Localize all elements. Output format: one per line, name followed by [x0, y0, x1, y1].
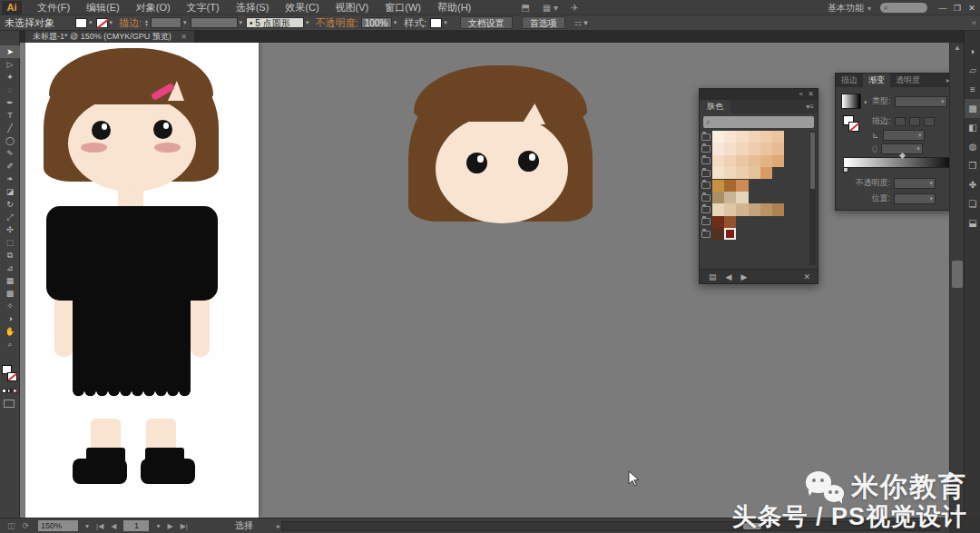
color-swatch[interactable] — [712, 131, 724, 143]
close-tab-icon[interactable]: ✕ — [181, 33, 187, 41]
minimize-button[interactable]: — — [936, 2, 949, 14]
tab-gradient[interactable]: 渐变 — [863, 74, 890, 87]
head-in-progress[interactable] — [408, 65, 593, 225]
color-swatch[interactable] — [736, 192, 748, 203]
brush-definition-dropdown[interactable]: • 5 点圆形 — [246, 17, 304, 28]
search-input[interactable]: ⌕ — [880, 3, 927, 13]
menu-edit[interactable]: 编辑(E) — [78, 0, 128, 15]
layers-panel-icon[interactable]: ❏ — [965, 194, 980, 213]
chevron-down-icon[interactable]: ▾ — [306, 19, 309, 26]
chevron-down-icon[interactable]: ▾ — [156, 522, 160, 530]
paintbrush-tool[interactable]: ✎ — [0, 147, 20, 160]
color-swatch[interactable] — [712, 180, 724, 192]
girl-dress-body-shape[interactable] — [73, 218, 191, 390]
scrollbar-thumb[interactable] — [810, 133, 815, 189]
last-artboard-icon[interactable]: ▶| — [181, 522, 188, 530]
girl-left-shoe-shape[interactable] — [73, 459, 127, 484]
artboard-number-field[interactable]: 1 — [123, 520, 149, 531]
document-tab[interactable]: 未标题-1* @ 150% (CMYK/GPU 预览) ✕ — [25, 31, 194, 43]
type-tool[interactable]: T — [0, 109, 20, 122]
head2-left-eye-shape[interactable] — [466, 153, 487, 173]
scrollbar-thumb[interactable] — [952, 261, 963, 288]
previous-library-icon[interactable]: ◀ — [726, 272, 732, 281]
menu-window[interactable]: 窗口(W) — [377, 0, 429, 15]
document-setup-button[interactable]: 文档设置 — [460, 16, 513, 29]
preferences-button[interactable]: 首选项 — [522, 16, 565, 29]
stroke-gradient-along-button[interactable] — [909, 117, 920, 126]
girl-right-leg-shape[interactable] — [146, 419, 176, 449]
next-artboard-icon[interactable]: ▶ — [167, 522, 172, 530]
swatch-folder-icon[interactable] — [701, 170, 710, 177]
angle-field[interactable] — [883, 130, 925, 141]
girl-left-eye-shape[interactable] — [92, 121, 111, 140]
color-swatch[interactable] — [712, 192, 724, 203]
scroll-up-icon[interactable]: ▲ — [950, 43, 965, 54]
swatch-folder-icon[interactable] — [701, 194, 710, 202]
gradient-mode-button[interactable] — [7, 389, 12, 393]
color-swatch[interactable] — [724, 228, 736, 240]
head2-face-shape[interactable] — [436, 114, 568, 223]
swatch-folder-icon[interactable] — [701, 218, 710, 225]
stroke-swatch[interactable] — [7, 372, 17, 381]
color-swatch[interactable] — [760, 131, 772, 143]
color-swatch[interactable] — [712, 203, 724, 215]
chevron-down-icon[interactable]: ▾ — [240, 19, 243, 26]
ellipse-tool[interactable]: ◯ — [0, 134, 20, 147]
girl-dress-scallop-hem-shape[interactable] — [73, 390, 191, 398]
chevron-down-icon[interactable]: ▾ — [864, 99, 867, 106]
next-library-icon[interactable]: ▶ — [740, 272, 747, 281]
gradient-tool[interactable]: ▩ — [0, 287, 20, 300]
canvas-area[interactable]: « ✕ 肤色 ▾≡ ⌕ ▤ ◀ ▶ ✕ 描边 渐变 透明度 ▸▸ ≡ ▾ 类型: — [20, 43, 949, 518]
stroke-weight-field[interactable] — [151, 17, 181, 28]
artboard[interactable] — [25, 43, 259, 518]
direct-selection-tool[interactable]: ▷ — [0, 58, 20, 71]
color-swatch[interactable] — [724, 216, 736, 228]
tab-transparency[interactable]: 透明度 — [890, 74, 926, 87]
girl-left-blush-shape[interactable] — [81, 143, 107, 153]
color-swatch[interactable] — [760, 203, 772, 215]
stroke-gradient-across-button[interactable] — [924, 117, 935, 126]
pen-tool[interactable]: ✒ — [0, 96, 20, 109]
color-swatch[interactable] — [749, 143, 760, 154]
chevron-down-icon[interactable]: ▾ — [110, 19, 113, 26]
style-swatch[interactable] — [430, 18, 442, 28]
close-button[interactable]: ✕ — [965, 2, 978, 14]
bridge-icon[interactable]: ⬒ — [521, 3, 529, 13]
gradient-type-dropdown[interactable] — [895, 96, 947, 107]
gradient-slider[interactable] — [843, 157, 949, 168]
perspective-grid-tool[interactable]: ⊿ — [0, 262, 20, 274]
menu-effect[interactable]: 效果(C) — [277, 0, 327, 15]
hand-tool[interactable]: ✋ — [0, 325, 20, 338]
color-swatch[interactable] — [736, 167, 748, 179]
swatches-panel-tab[interactable]: 肤色 — [700, 100, 730, 114]
pencil-tool[interactable]: ✐ — [0, 160, 20, 173]
mesh-tool[interactable]: ▦ — [0, 274, 20, 287]
arrange-documents-icon[interactable]: ▦ ▾ — [543, 3, 558, 13]
fill-color-swatch[interactable] — [75, 18, 87, 28]
color-swatch[interactable] — [736, 131, 748, 143]
girl-right-shoe-shape[interactable] — [141, 459, 195, 484]
color-swatch[interactable] — [712, 228, 724, 240]
lasso-tool[interactable]: ◌ — [0, 84, 20, 96]
color-swatch[interactable] — [736, 155, 748, 167]
zoom-level-field[interactable]: 150% — [38, 520, 78, 531]
color-swatch[interactable] — [772, 203, 784, 215]
menu-file[interactable]: 文件(F) — [29, 0, 78, 15]
magic-wand-tool[interactable]: ✦ — [0, 71, 20, 84]
opacity-field[interactable]: 100% — [361, 17, 392, 28]
color-swatch[interactable] — [749, 203, 760, 215]
chevron-down-icon[interactable]: ▾ — [183, 19, 187, 26]
girl-right-eye-shape[interactable] — [153, 120, 172, 139]
transparency-panel-icon[interactable]: ◧ — [965, 118, 980, 137]
swatch-search-input[interactable]: ⌕ — [703, 116, 814, 128]
color-swatch[interactable] — [772, 143, 784, 154]
color-swatch[interactable] — [749, 131, 760, 143]
gradient-panel-icon[interactable]: ▩ — [965, 99, 980, 118]
chevron-down-icon[interactable]: ▾ — [85, 522, 89, 530]
color-guide-panel-icon[interactable]: ▱ — [965, 61, 980, 80]
color-swatch[interactable] — [760, 167, 772, 179]
align-options-icon[interactable]: ⚏ ▾ — [574, 18, 588, 27]
width-profile-dropdown[interactable] — [191, 17, 238, 28]
collapse-panel-icon[interactable]: « — [799, 90, 803, 98]
color-swatch[interactable] — [724, 131, 736, 143]
